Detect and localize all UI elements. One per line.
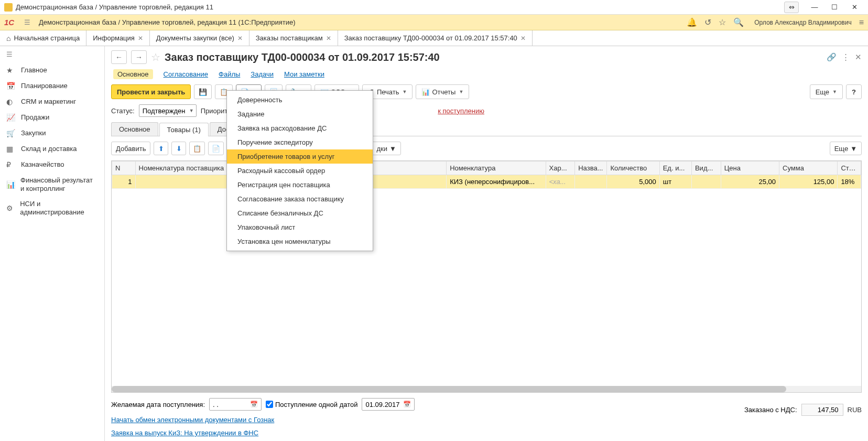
cell-supplier-nom[interactable] xyxy=(135,175,239,189)
close-icon[interactable]: ✕ xyxy=(237,35,243,42)
favorite-toggle-icon[interactable]: ☆ xyxy=(151,51,160,63)
sidebar-item-nsi[interactable]: ⚙НСИ и администрирование xyxy=(0,196,104,220)
move-up-button[interactable]: ⬆ xyxy=(154,142,168,155)
receipt-link[interactable]: к поступлению xyxy=(438,107,862,115)
sidebar-item-warehouse[interactable]: ▦Склад и доставка xyxy=(0,141,104,157)
calendar-icon[interactable]: 📅 xyxy=(403,401,411,408)
col-char[interactable]: Хар... xyxy=(546,162,575,175)
cell-name[interactable] xyxy=(575,175,607,189)
section-tab-approval[interactable]: Согласование xyxy=(164,69,208,79)
single-date-checkbox[interactable]: Поступление одной датой xyxy=(266,401,357,408)
close-icon[interactable]: ✕ xyxy=(138,35,143,42)
menu-item-packing-list[interactable]: Упаковочный лист xyxy=(227,220,373,234)
more-icon[interactable]: ⋮ xyxy=(842,52,850,62)
col-vat[interactable]: Ста... xyxy=(838,162,861,175)
sidebar-item-main[interactable]: ★Главное xyxy=(0,62,104,78)
add-row-button[interactable]: Добавить xyxy=(111,142,150,155)
sidebar-item-planning[interactable]: 📅Планирование xyxy=(0,78,104,94)
tab-supplier-orders[interactable]: Заказы поставщикам ✕ xyxy=(249,30,338,46)
col-qty[interactable]: Количество xyxy=(607,162,659,175)
col-supplier-nom[interactable]: Номенклатура поставщика xyxy=(135,162,239,175)
menu-item-proxy[interactable]: Доверенность xyxy=(227,93,373,107)
minimize-button[interactable]: — xyxy=(805,2,824,13)
goznak-exchange-link[interactable]: Начать обмен электронными документами с … xyxy=(111,416,862,424)
close-button[interactable]: ✕ xyxy=(845,2,864,13)
cell-price[interactable]: 25,00 xyxy=(721,175,779,189)
tab-purchase-docs[interactable]: Документы закупки (все) ✕ xyxy=(150,30,249,46)
close-icon[interactable]: ✕ xyxy=(520,35,526,42)
cell-type[interactable] xyxy=(691,175,721,189)
nav-forward-button[interactable]: → xyxy=(131,50,147,64)
help-button[interactable]: ? xyxy=(846,84,862,99)
section-tab-main[interactable]: Основное xyxy=(113,69,153,79)
menu-item-set-prices[interactable]: Установка цен номенклатуры xyxy=(227,234,373,249)
compact-mode-button[interactable]: ⇔ xyxy=(784,2,799,13)
calendar-icon[interactable]: 📅 xyxy=(250,401,258,408)
subtab-main[interactable]: Основное xyxy=(111,122,158,136)
kiz-request-link[interactable]: Заявка на выпуск КиЗ: На утверждении в Ф… xyxy=(111,429,862,437)
link-icon[interactable]: 🔗 xyxy=(827,52,837,62)
col-sum[interactable]: Сумма xyxy=(779,162,838,175)
discounts-button[interactable]: дки▼ xyxy=(372,142,400,155)
sidebar-item-crm[interactable]: ◐CRM и маркетинг xyxy=(0,94,104,110)
sidebar-toggle-button[interactable]: ☰ xyxy=(0,48,104,62)
sidebar-item-sales[interactable]: 📈Продажи xyxy=(0,110,104,125)
menu-item-bank-writeoff[interactable]: Списание безналичных ДС xyxy=(227,206,373,220)
col-nom[interactable]: Номенклатура xyxy=(447,162,546,175)
move-down-button[interactable]: ⬇ xyxy=(171,142,186,155)
tab-home[interactable]: ⌂ Начальная страница xyxy=(0,30,86,46)
single-date-input[interactable]: 01.09.2017 📅 xyxy=(362,398,414,411)
tab-information[interactable]: Информация ✕ xyxy=(86,30,150,46)
search-icon[interactable]: 🔍 xyxy=(733,17,744,27)
notifications-icon[interactable]: 🔔 xyxy=(687,17,697,27)
status-select[interactable]: Подтвержден▼ xyxy=(139,104,197,117)
desired-date-input[interactable]: . . 📅 xyxy=(209,398,262,411)
subtab-goods[interactable]: Товары (1) xyxy=(159,123,209,136)
tab-supplier-order-doc[interactable]: Заказ поставщику ТД00-000034 от 01.09.20… xyxy=(338,30,533,46)
sidebar-item-treasury[interactable]: ₽Казначейство xyxy=(0,157,104,173)
sidebar-item-purchases[interactable]: 🛒Закупки xyxy=(0,125,104,141)
more-button[interactable]: Еще▼ xyxy=(810,84,843,99)
section-tab-notes[interactable]: Мои заметки xyxy=(284,69,324,79)
cell-nom[interactable]: КИЗ (неперсонифициров... xyxy=(447,175,546,189)
menu-item-cash-request[interactable]: Заявка на расходование ДС xyxy=(227,121,373,135)
col-n[interactable]: N xyxy=(112,162,136,175)
section-tab-tasks[interactable]: Задачи xyxy=(251,69,274,79)
cell-unit[interactable]: шт xyxy=(659,175,691,189)
table-row[interactable]: 1 КИЗ (неперсонифициров... <ха... 5,000 … xyxy=(112,175,861,189)
menu-item-price-reg[interactable]: Регистрация цен поставщика xyxy=(227,178,373,192)
maximize-button[interactable]: ☐ xyxy=(825,2,844,13)
col-unit[interactable]: Ед. и... xyxy=(659,162,691,175)
cell-sum[interactable]: 125,00 xyxy=(779,175,838,189)
col-name[interactable]: Назва... xyxy=(575,162,607,175)
cell-qty[interactable]: 5,000 xyxy=(607,175,659,189)
close-icon[interactable]: ✕ xyxy=(326,35,331,42)
menu-item-task[interactable]: Задание xyxy=(227,107,373,121)
close-doc-icon[interactable]: ✕ xyxy=(855,52,862,62)
single-date-check[interactable] xyxy=(266,401,273,408)
col-type[interactable]: Вид... xyxy=(691,162,721,175)
nav-back-button[interactable]: ← xyxy=(111,50,127,64)
table-more-button[interactable]: Еще▼ xyxy=(830,142,862,155)
scrollbar-thumb[interactable] xyxy=(112,386,786,392)
cell-vat[interactable]: 18% xyxy=(838,175,861,189)
menu-item-order-approval[interactable]: Согласование заказа поставщику xyxy=(227,192,373,206)
cell-char[interactable]: <ха... xyxy=(546,175,575,189)
copy-button[interactable]: 📋 xyxy=(189,142,205,155)
paste-button[interactable]: 📄 xyxy=(208,142,224,155)
col-price[interactable]: Цена xyxy=(721,162,779,175)
reports-button[interactable]: 📊 Отчеты▼ xyxy=(416,84,469,99)
menu-toggle-button[interactable]: ☰ xyxy=(24,18,35,26)
post-and-close-button[interactable]: Провести и закрыть xyxy=(111,84,191,99)
section-tab-files[interactable]: Файлы xyxy=(219,69,240,79)
horizontal-scrollbar[interactable] xyxy=(112,386,861,392)
menu-item-forwarder-order[interactable]: Поручение экспедитору xyxy=(227,135,373,149)
save-button[interactable]: 💾 xyxy=(194,84,212,99)
history-icon[interactable]: ↺ xyxy=(704,17,711,27)
menu-item-goods-receipt[interactable]: Приобретение товаров и услуг xyxy=(227,149,373,164)
favorites-icon[interactable]: ☆ xyxy=(719,17,726,27)
settings-icon[interactable]: ≡ xyxy=(859,18,864,27)
menu-item-cash-out[interactable]: Расходный кассовый ордер xyxy=(227,164,373,178)
cell-n[interactable]: 1 xyxy=(112,175,136,189)
sidebar-item-finance[interactable]: 📊Финансовый результат и контроллинг xyxy=(0,173,104,196)
